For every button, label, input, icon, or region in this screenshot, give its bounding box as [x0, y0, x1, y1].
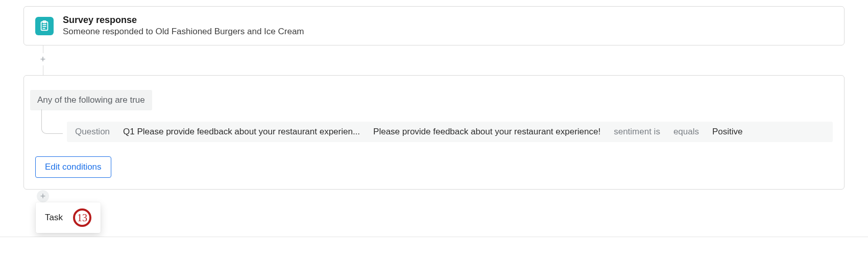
trigger-subtitle: Someone responded to Old Fashioned Burge… — [63, 26, 304, 38]
condition-field-label: Question — [75, 127, 110, 137]
condition-row[interactable]: Question Q1 Please provide feedback abou… — [67, 122, 833, 142]
condition-value: Positive — [712, 127, 743, 137]
plus-icon: + — [40, 55, 46, 64]
add-task-label: Task — [45, 213, 63, 223]
plus-icon: + — [40, 192, 46, 201]
condition-group-label: Any of the following are true — [30, 90, 152, 110]
condition-attribute: sentiment is — [614, 127, 660, 137]
condition-question-text: Please provide feedback about your resta… — [373, 127, 600, 137]
trigger-title: Survey response — [63, 14, 304, 26]
clipboard-icon — [35, 17, 54, 35]
condition-operator: equals — [673, 127, 699, 137]
add-task-menu-item[interactable]: Task 13 — [36, 202, 101, 233]
condition-question-ref: Q1 Please provide feedback about your re… — [123, 127, 360, 137]
conditions-card[interactable]: Any of the following are true Question Q… — [23, 75, 845, 190]
add-step-button-active[interactable]: + — [37, 190, 49, 202]
step-annotation-badge: 13 — [73, 208, 91, 227]
edit-conditions-button[interactable]: Edit conditions — [35, 156, 111, 178]
condition-branch-connector — [41, 109, 63, 134]
trigger-card[interactable]: Survey response Someone responded to Old… — [23, 6, 845, 45]
add-step-button[interactable]: + — [37, 53, 49, 65]
